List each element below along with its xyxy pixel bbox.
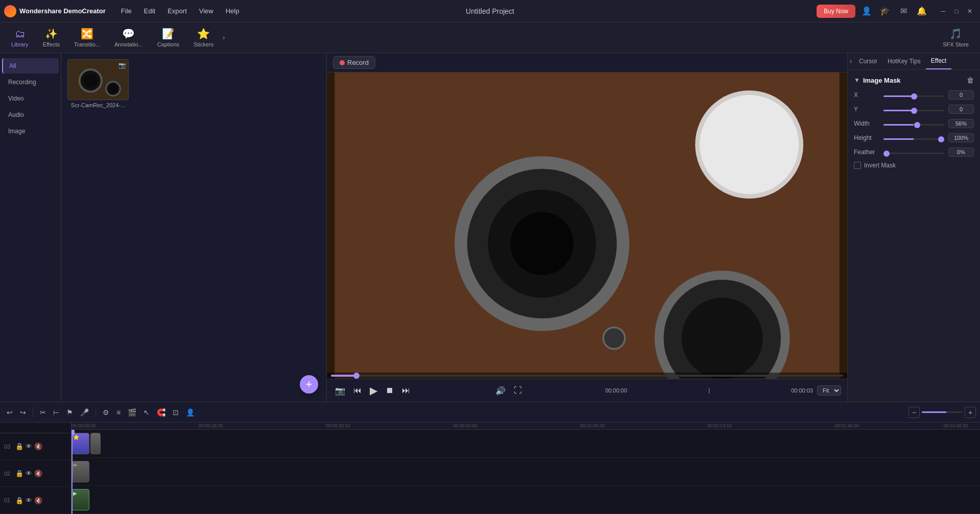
media-item-0[interactable]: 📷 Scr-CamRec_2024-... — [67, 59, 129, 108]
stop-button[interactable]: ⏹ — [384, 384, 396, 397]
toolbar-captions[interactable]: 📝 Captions — [150, 25, 186, 51]
y-slider[interactable] — [883, 106, 944, 113]
delete-section-button[interactable]: 🗑 — [967, 76, 974, 84]
fit-select[interactable]: Fit — [817, 385, 841, 396]
add-media-button[interactable]: + — [300, 375, 318, 394]
sidebar-item-recording[interactable]: Recording — [2, 75, 59, 90]
next-frame-button[interactable]: ⏭ — [400, 384, 412, 397]
lock-icon-02[interactable]: 🔒 — [15, 470, 23, 477]
track-num-03: 03 — [4, 444, 13, 450]
menu-help[interactable]: Help — [221, 5, 245, 17]
eye-icon-01[interactable]: 👁 — [26, 497, 32, 504]
feather-slider[interactable] — [883, 149, 944, 156]
video-settings-button[interactable]: 🎬 — [125, 407, 139, 418]
track-num-01: 01 — [4, 497, 13, 503]
header-right: Buy Now 👤 🎓 ✉ 🔔 ─ □ ✕ — [817, 4, 976, 18]
height-range[interactable] — [883, 138, 944, 140]
tab-hotkey[interactable]: HotKey Tips — [882, 54, 926, 69]
toolbar-annotations[interactable]: 💬 Annotatio... — [107, 25, 150, 51]
sidebar: All Recording Video Audio Image — [0, 53, 61, 402]
education-icon[interactable]: 🎓 — [878, 4, 892, 18]
toolbar-library[interactable]: 🗂 Library — [4, 25, 36, 51]
mute-icon-03[interactable]: 🔇 — [34, 443, 42, 450]
right-tab-chevron[interactable]: › — [848, 54, 854, 69]
sidebar-item-image[interactable]: Image — [2, 124, 59, 139]
clip-03-1[interactable] — [90, 433, 101, 454]
x-range[interactable] — [883, 95, 944, 97]
volume-button[interactable]: 🔊 — [493, 384, 508, 398]
screenshot-button[interactable]: 📷 — [333, 384, 347, 398]
zoom-slider[interactable] — [922, 411, 963, 413]
record-audio-button[interactable]: 🎤 — [78, 407, 91, 418]
x-slider[interactable] — [883, 91, 944, 99]
lock-icon-03[interactable]: 🔒 — [15, 443, 23, 450]
clip-01-0[interactable]: ▶ — [71, 489, 89, 510]
sidebar-item-audio[interactable]: Audio — [2, 107, 59, 123]
section-chevron-icon[interactable]: ▼ — [854, 77, 860, 84]
y-value[interactable]: 0 — [948, 105, 974, 114]
eye-icon-02[interactable]: 👁 — [26, 470, 32, 477]
invert-mask-checkbox[interactable] — [854, 162, 861, 169]
redo-button[interactable]: ↪ — [17, 407, 29, 418]
height-value[interactable]: 100% — [948, 133, 974, 142]
user-icon[interactable]: 👤 — [859, 4, 874, 18]
clip-02-0[interactable]: ✏ — [71, 461, 89, 482]
select-button[interactable]: ↖ — [141, 407, 152, 418]
minimize-button[interactable]: ─ — [937, 5, 949, 17]
fullscreen-button[interactable]: ⛶ — [512, 384, 524, 397]
width-slider[interactable] — [883, 120, 944, 127]
toolbar-effects[interactable]: ✨ Effects — [36, 25, 67, 51]
tab-effect[interactable]: Effect — [926, 53, 951, 69]
x-value[interactable]: 0 — [948, 90, 974, 100]
mute-icon-01[interactable]: 🔇 — [34, 497, 42, 504]
maximize-button[interactable]: □ — [950, 5, 963, 17]
prev-frame-button[interactable]: ⏮ — [351, 384, 364, 397]
video-progress-bar[interactable] — [331, 375, 843, 377]
progress-handle[interactable] — [353, 373, 360, 379]
close-button[interactable]: ✕ — [964, 5, 976, 17]
track-label-03: 03 🔒 👁 🔇 — [0, 433, 71, 460]
sidebar-item-all[interactable]: All — [2, 58, 59, 74]
height-slider[interactable] — [883, 134, 944, 141]
toolbar-transitions[interactable]: 🔀 Transitio... — [67, 25, 107, 51]
invert-mask-label[interactable]: Invert Mask — [864, 162, 896, 169]
crop-button[interactable]: ⊡ — [170, 407, 181, 418]
mute-icon-02[interactable]: 🔇 — [34, 470, 42, 477]
clip-03-0[interactable]: ⭐ — [71, 433, 89, 454]
record-button[interactable]: Record — [333, 56, 375, 69]
lock-icon-01[interactable]: 🔒 — [15, 497, 23, 504]
clip-play-icon: ▶ — [73, 491, 77, 496]
toolbar-stickers[interactable]: ⭐ Stickers — [186, 25, 221, 51]
split-button[interactable]: ✂ — [37, 407, 49, 418]
trim-button[interactable]: ⊢ — [51, 407, 62, 418]
tab-cursor[interactable]: Cursor — [854, 54, 882, 69]
feather-range[interactable] — [883, 153, 944, 154]
magnet-button[interactable]: 🧲 — [154, 407, 168, 418]
play-button[interactable]: ▶ — [368, 382, 379, 399]
zoom-in-button[interactable]: + — [965, 407, 976, 418]
eye-icon-03[interactable]: 👁 — [26, 443, 32, 450]
feather-value[interactable]: 0% — [948, 148, 974, 157]
toolbar-sfxstore[interactable]: 🎵 SFX Store — [936, 25, 976, 51]
width-value[interactable]: 56% — [948, 119, 974, 128]
playhead-handle[interactable] — [71, 430, 75, 435]
settings-button[interactable]: ⚙ — [100, 407, 112, 418]
marker-button[interactable]: ⚑ — [64, 407, 76, 418]
buy-now-button[interactable]: Buy Now — [817, 5, 855, 18]
menu-file[interactable]: File — [116, 5, 137, 17]
playhead[interactable] — [71, 430, 73, 514]
menu-view[interactable]: View — [194, 5, 219, 17]
zoom-out-button[interactable]: − — [909, 407, 920, 418]
toolbar-more-button[interactable]: › — [221, 32, 227, 43]
menu-export[interactable]: Export — [162, 5, 192, 17]
undo-button[interactable]: ↩ — [4, 407, 15, 418]
y-range[interactable] — [883, 110, 944, 111]
prop-row-height: Height 100% — [854, 133, 974, 142]
width-range[interactable] — [883, 124, 944, 126]
menu-edit[interactable]: Edit — [139, 5, 160, 17]
sidebar-item-video[interactable]: Video — [2, 91, 59, 106]
notification-icon[interactable]: 🔔 — [915, 4, 929, 18]
mail-icon[interactable]: ✉ — [896, 4, 911, 18]
split-audio-button[interactable]: ≡ — [114, 407, 123, 418]
person-button[interactable]: 👤 — [183, 407, 197, 418]
